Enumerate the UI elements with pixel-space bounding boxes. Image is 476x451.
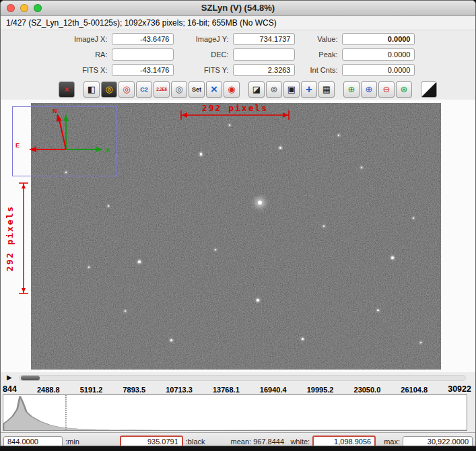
contrast-icon[interactable]: ◧ (83, 81, 100, 98)
seeing-profile-icon[interactable]: ◎ (171, 81, 187, 98)
status-bar: 844.0000 :min 935.0791 :black mean: 967.… (1, 432, 475, 446)
toolbar: ×◧◎◎C22.2E6◎Set×◉◪⊚▣+▦⊕⊕⊖⊛ (1, 79, 475, 100)
readout-field[interactable]: 0.0000 (342, 64, 415, 76)
toolbar-separator (413, 81, 419, 98)
max-field[interactable]: 30,922.0000 (403, 436, 473, 447)
star (200, 153, 202, 155)
histogram-tick: 23050.0 (354, 386, 381, 394)
aperture-icon[interactable]: ◎ (118, 81, 135, 98)
annotation-icon[interactable]: ⊚ (266, 81, 282, 98)
star (88, 267, 90, 269)
axis-e-arrow (29, 147, 36, 152)
multi-aperture-icon[interactable]: ◉ (224, 81, 240, 98)
star (215, 249, 216, 250)
zoom-out-icon[interactable]: ⊖ (378, 81, 395, 98)
star (229, 125, 230, 126)
readout-field[interactable]: 2.3263 (233, 64, 295, 76)
set-aperture-button[interactable]: Set (189, 81, 205, 98)
star (258, 201, 262, 205)
axis-e-label: E (15, 142, 20, 149)
star (170, 339, 172, 341)
app-window: SZLyn (V) (54.8%) 1/427 (SZ_Lyn_12th_5-0… (0, 0, 476, 446)
white-label: white: (290, 438, 310, 446)
black-label: :black (186, 438, 205, 446)
star (377, 310, 379, 312)
readout-field[interactable]: -43.1476 (112, 64, 174, 76)
stack-slider-thumb[interactable] (21, 376, 40, 380)
axis-n-label: N (53, 108, 57, 114)
star (361, 167, 363, 169)
align-stack-icon[interactable]: + (301, 81, 317, 98)
max-label: max: (384, 438, 400, 446)
histogram-panel[interactable] (3, 394, 467, 431)
star (413, 217, 415, 219)
histogram-tick: 7893.5 (123, 386, 145, 394)
traffic-lights (7, 4, 42, 12)
play-stack-button[interactable]: ▶ (7, 372, 12, 383)
star (108, 205, 109, 207)
axis-y-arrow (63, 114, 69, 121)
copy-apertures-icon[interactable]: ▣ (283, 81, 300, 98)
stack-slider-row: ▶ (1, 372, 475, 383)
readout-label: FITS Y: (178, 64, 229, 76)
star (323, 226, 325, 227)
invert-lut-icon[interactable] (421, 81, 437, 98)
horizontal-measure-annotation: 292 pixels (178, 103, 292, 120)
readout-label: DEC: (178, 48, 229, 61)
histogram-tick: 16940.4 (260, 386, 287, 394)
star (338, 135, 339, 136)
histogram-tick: 26104.8 (401, 386, 428, 394)
readout-grid: ImageJ X:-43.6476ImageJ Y:734.1737Value:… (1, 33, 475, 76)
toolbar-separator (336, 81, 342, 98)
star (302, 338, 304, 340)
min-field[interactable]: 844.0000 (3, 436, 63, 447)
readout-field[interactable] (233, 48, 295, 61)
axis-x-arrow (96, 147, 103, 152)
readout-field[interactable]: 0.0000 (342, 48, 415, 61)
titlebar[interactable]: SZLyn (V) (54.8%) (1, 1, 475, 16)
readout-field[interactable] (112, 48, 174, 61)
horizontal-measure-label: 292 pixels (202, 103, 268, 113)
histogram-shape (3, 396, 467, 430)
roi-compass-overlay: X E N (12, 106, 117, 176)
centroid-aperture-icon[interactable]: C2 (136, 81, 152, 98)
minimize-button[interactable] (20, 4, 28, 12)
histogram-ticks: 8442488.85191.27893.510713.313768.116940… (1, 383, 475, 394)
vertical-measure-label: 292 pixels (6, 205, 15, 271)
readout-label: Int Cnts: (299, 64, 338, 76)
readout-label: ImageJ X: (62, 33, 108, 45)
zoom-fit-icon[interactable]: ⊛ (396, 81, 412, 98)
measurement-table-icon[interactable]: ▦ (318, 81, 335, 98)
readout-label: RA: (62, 48, 108, 61)
histogram-tick: 10713.3 (166, 386, 193, 394)
min-label: :min (65, 438, 79, 446)
histogram-tick: 2488.8 (37, 386, 60, 394)
star (279, 147, 281, 149)
readout-label: Value: (299, 33, 338, 45)
white-level-field[interactable]: 1,098.9056 (312, 436, 376, 446)
zoom-button[interactable] (34, 4, 42, 12)
histogram-tick: 30922 (448, 384, 471, 394)
black-level-field[interactable]: 935.0791 (120, 436, 183, 446)
close-stack-icon[interactable]: × (59, 81, 75, 98)
counts-aperture-icon[interactable]: 2.2E6 (154, 81, 170, 98)
contrast-region-icon[interactable]: ◪ (248, 81, 265, 98)
zoom-in-fast-icon[interactable]: ⊕ (361, 81, 377, 98)
axis-x-label: X (106, 147, 110, 153)
stack-slider-track[interactable] (19, 375, 466, 381)
vertical-measure-annotation: 292 pixels (6, 179, 29, 298)
readout-field[interactable]: -43.6476 (112, 33, 174, 45)
readout-label: Peak: (299, 48, 338, 61)
toolbar-buttons: ×◧◎◎C22.2E6◎Set×◉◪⊚▣+▦⊕⊕⊖⊛ (59, 81, 437, 98)
mean-text: mean: 967.8444 (231, 438, 285, 446)
star (420, 342, 421, 343)
zoom-in-icon[interactable]: ⊕ (343, 81, 360, 98)
readout-field[interactable]: 734.1737 (233, 33, 295, 45)
histogram-tick: 13768.1 (213, 386, 240, 394)
readout-field[interactable]: 0.0000 (342, 33, 415, 45)
delete-apertures-icon[interactable]: × (206, 81, 222, 98)
close-button[interactable] (7, 4, 15, 12)
brightness-icon[interactable]: ◎ (101, 81, 117, 98)
histogram-tick: 19995.2 (307, 386, 334, 394)
histogram-plot (3, 395, 467, 430)
